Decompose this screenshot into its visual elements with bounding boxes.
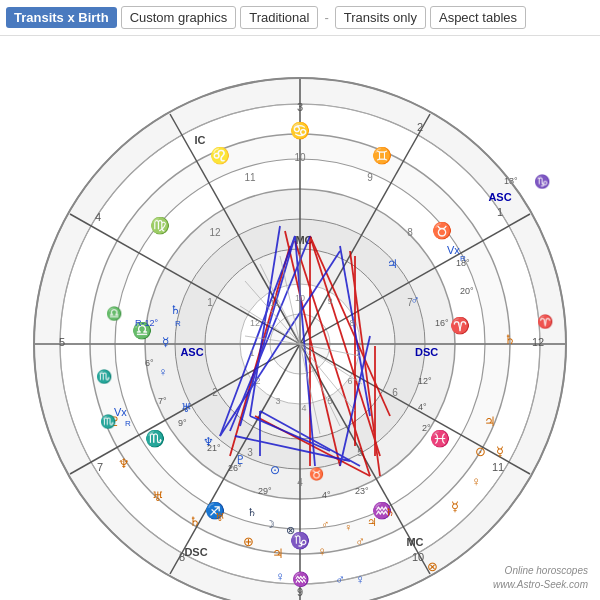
svg-text:♂: ♂: [335, 572, 345, 587]
svg-text:5: 5: [59, 336, 65, 348]
svg-text:4: 4: [95, 211, 101, 223]
svg-text:♄: ♄: [189, 514, 201, 529]
svg-text:8: 8: [349, 318, 354, 328]
svg-text:12: 12: [209, 227, 221, 238]
svg-text:DSC: DSC: [415, 346, 438, 358]
svg-text:♆: ♆: [118, 456, 130, 471]
svg-text:♈: ♈: [537, 313, 554, 330]
svg-text:12: 12: [532, 336, 544, 348]
svg-text:2: 2: [255, 376, 260, 386]
svg-text:♃: ♃: [387, 257, 398, 271]
tab-aspect-tables[interactable]: Aspect tables: [430, 6, 526, 29]
svg-text:10: 10: [295, 293, 305, 303]
svg-text:♏: ♏: [145, 429, 165, 448]
svg-text:♌: ♌: [210, 146, 230, 165]
svg-text:11: 11: [244, 172, 256, 183]
svg-text:R: R: [125, 419, 131, 428]
svg-text:1: 1: [207, 297, 213, 308]
svg-text:1: 1: [497, 206, 503, 218]
svg-text:29°: 29°: [258, 486, 272, 496]
svg-text:3: 3: [247, 447, 253, 458]
svg-text:1: 1: [249, 348, 254, 358]
svg-text:♍: ♍: [150, 216, 170, 235]
svg-text:♏: ♏: [96, 368, 113, 385]
svg-text:♓: ♓: [430, 429, 450, 448]
svg-text:♄: ♄: [247, 506, 257, 518]
svg-text:♉: ♉: [432, 221, 452, 240]
svg-text:♂: ♂: [321, 518, 329, 530]
svg-text:7: 7: [97, 461, 103, 473]
svg-text:23°: 23°: [355, 486, 369, 496]
svg-text:DSC: DSC: [184, 546, 207, 558]
svg-text:♀: ♀: [355, 572, 365, 587]
svg-text:11: 11: [270, 298, 280, 308]
svg-text:12°: 12°: [418, 376, 432, 386]
svg-text:4: 4: [301, 403, 306, 413]
svg-text:♅: ♅: [152, 489, 164, 504]
svg-text:10: 10: [294, 152, 306, 163]
svg-text:8: 8: [407, 227, 413, 238]
svg-text:2: 2: [212, 387, 218, 398]
svg-text:6: 6: [347, 376, 352, 386]
svg-text:☿: ☿: [451, 499, 459, 514]
astrology-chart: 3 2 1 12 11 10 9 8 7 5 4 10 9 8 7 11 12 …: [0, 36, 600, 600]
svg-text:16°: 16°: [435, 318, 449, 328]
watermark: Online horoscopes www.Astro-Seek.com: [493, 564, 588, 592]
svg-text:♂: ♂: [355, 534, 365, 549]
svg-text:11: 11: [492, 461, 504, 473]
svg-text:♑: ♑: [534, 173, 551, 190]
svg-text:9: 9: [327, 296, 332, 306]
svg-text:MC: MC: [406, 536, 423, 548]
tab-traditional[interactable]: Traditional: [240, 6, 318, 29]
svg-text:9°: 9°: [178, 418, 187, 428]
svg-text:5: 5: [327, 396, 332, 406]
svg-text:♀: ♀: [471, 474, 481, 489]
svg-text:R-12°: R-12°: [135, 318, 159, 328]
svg-text:9: 9: [367, 172, 373, 183]
svg-text:♀: ♀: [344, 521, 352, 533]
svg-text:⊙: ⊙: [270, 463, 280, 477]
svg-text:R: R: [460, 254, 466, 263]
svg-text:9: 9: [297, 586, 303, 598]
svg-text:Vx: Vx: [114, 406, 127, 418]
svg-text:IC: IC: [195, 134, 206, 146]
tab-transits-birth[interactable]: Transits x Birth: [6, 7, 117, 28]
svg-text:ASC: ASC: [488, 191, 511, 203]
svg-text:21°: 21°: [207, 443, 221, 453]
svg-text:4°: 4°: [322, 490, 331, 500]
svg-text:26°: 26°: [228, 463, 242, 473]
svg-text:♉: ♉: [309, 466, 324, 481]
svg-text:ASC: ASC: [180, 346, 203, 358]
svg-text:7°: 7°: [158, 396, 167, 406]
svg-text:2°: 2°: [422, 423, 431, 433]
svg-text:⊕: ⊕: [243, 534, 254, 549]
svg-text:10: 10: [412, 551, 424, 563]
svg-text:⊗: ⊗: [286, 524, 295, 536]
chart-area: 3 2 1 12 11 10 9 8 7 5 4 10 9 8 7 11 12 …: [0, 36, 600, 600]
tab-transits-only[interactable]: Transits only: [335, 6, 426, 29]
svg-text:20°: 20°: [460, 286, 474, 296]
header: Transits x Birth Custom graphics Traditi…: [0, 0, 600, 36]
tab-custom-graphics[interactable]: Custom graphics: [121, 6, 237, 29]
svg-text:⊙: ⊙: [475, 444, 486, 459]
watermark-line1: Online horoscopes: [505, 565, 588, 576]
svg-text:♀: ♀: [317, 544, 327, 559]
svg-text:4: 4: [297, 477, 303, 488]
svg-text:☽: ☽: [265, 518, 275, 530]
svg-text:♄: ♄: [504, 332, 516, 347]
svg-text:R: R: [175, 319, 181, 328]
svg-text:12: 12: [250, 318, 260, 328]
svg-text:♃: ♃: [272, 546, 284, 561]
svg-text:♃: ♃: [367, 516, 377, 528]
svg-text:☿: ☿: [496, 444, 504, 459]
svg-text:7: 7: [355, 348, 360, 358]
watermark-line2: www.Astro-Seek.com: [493, 579, 588, 590]
svg-text:4°: 4°: [418, 402, 427, 412]
svg-text:3: 3: [297, 101, 303, 113]
svg-text:♎: ♎: [106, 305, 123, 322]
svg-text:♀: ♀: [159, 365, 168, 379]
svg-text:2: 2: [417, 121, 423, 133]
svg-text:♏: ♏: [100, 413, 117, 430]
svg-text:♋: ♋: [290, 121, 310, 140]
svg-text:6°: 6°: [145, 358, 154, 368]
